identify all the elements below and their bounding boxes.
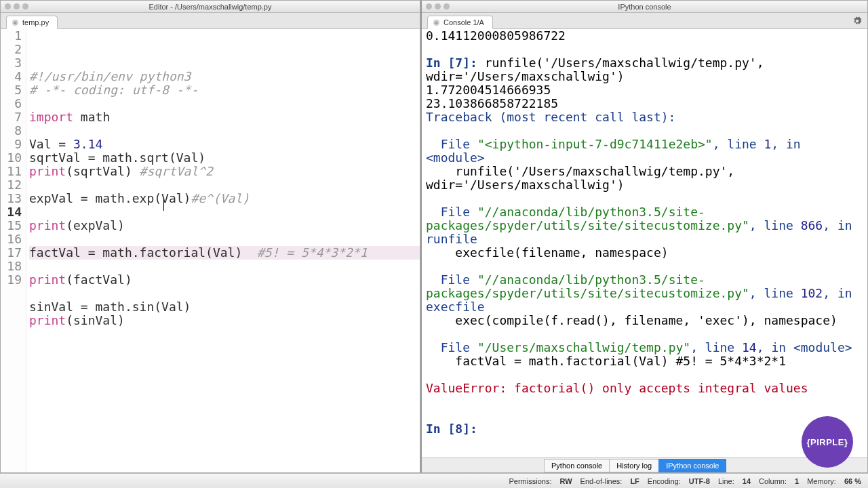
line-number: 12 xyxy=(1,178,22,192)
code-line[interactable]: factVal = math.factorial(Val) #5! = 5*4*… xyxy=(29,246,420,260)
code-line[interactable]: print(factVal) xyxy=(29,273,420,287)
code-line[interactable] xyxy=(29,232,420,246)
line-number-gutter: 12345678910111213141516171819 xyxy=(1,29,26,472)
editor-pane: Editor - /Users/maxschallwig/temp.py × t… xyxy=(0,0,420,473)
text-cursor xyxy=(163,199,164,211)
status-bar: Permissions: RW End-of-lines: LF Encodin… xyxy=(0,473,868,488)
tab-ipython-console[interactable]: IPython console xyxy=(658,459,726,472)
status-column-value: 1 xyxy=(795,477,799,485)
code-line[interactable] xyxy=(29,124,420,138)
editor-title: Editor - /Users/maxschallwig/temp.py xyxy=(149,3,272,11)
code-line[interactable]: Val = 3.14 xyxy=(29,138,420,151)
status-memory-label: Memory: xyxy=(803,477,840,485)
line-number: 13 xyxy=(1,192,22,205)
status-permissions-value: RW xyxy=(559,477,572,485)
close-icon[interactable]: × xyxy=(12,20,18,26)
line-number: 8 xyxy=(1,124,22,138)
code-line[interactable]: expVal = math.exp(Val)#e^(Val) xyxy=(29,192,420,205)
code-line[interactable] xyxy=(29,97,420,110)
code-line[interactable]: print(expVal) xyxy=(29,219,420,232)
status-eol-value: LF xyxy=(630,477,639,485)
console-titlebar: IPython console xyxy=(422,1,867,13)
tab-history-log[interactable]: History log xyxy=(609,459,659,472)
code-line[interactable] xyxy=(29,287,420,300)
line-number: 6 xyxy=(1,97,22,110)
console-title: IPython console xyxy=(618,3,671,11)
code-line[interactable]: print(sinVal) xyxy=(29,314,420,327)
code-line[interactable]: print(sqrtVal) #sqrtVal^2 xyxy=(29,165,420,178)
line-number: 3 xyxy=(1,56,22,70)
editor-tab-temp-py[interactable]: × temp.py xyxy=(6,16,58,29)
line-number: 5 xyxy=(1,83,22,97)
code-line[interactable]: sqrtVal = math.sqrt(Val) xyxy=(29,151,420,165)
code-line[interactable]: import math xyxy=(29,110,420,124)
ipython-console[interactable]: 0.14112000805986722In [7]: runfile('/Use… xyxy=(422,29,867,458)
line-number: 19 xyxy=(1,273,22,287)
console-tabbar: × Console 1/A xyxy=(422,13,867,29)
line-number: 7 xyxy=(1,110,22,124)
window-traffic-lights[interactable] xyxy=(5,3,28,9)
code-line[interactable]: sinVal = math.sin(Val) xyxy=(29,300,420,314)
window-traffic-lights[interactable] xyxy=(426,3,450,9)
code-line[interactable]: # -*- coding: utf-8 -*- xyxy=(29,83,420,97)
editor-titlebar: Editor - /Users/maxschallwig/temp.py xyxy=(1,1,420,13)
line-number: 18 xyxy=(1,260,22,273)
line-number: 11 xyxy=(1,165,22,178)
status-permissions-label: Permissions: xyxy=(505,477,556,485)
code-line[interactable] xyxy=(29,205,420,219)
console-tab-label: Console 1/A xyxy=(443,18,484,26)
line-number: 14 xyxy=(1,205,22,219)
tab-python-console[interactable]: Python console xyxy=(544,459,610,472)
status-memory-value: 66 % xyxy=(844,477,861,485)
line-number: 10 xyxy=(1,151,22,165)
code-line[interactable] xyxy=(29,178,420,192)
status-eol-label: End-of-lines: xyxy=(576,477,627,485)
code-line[interactable]: #!/usr/bin/env python3 xyxy=(29,70,420,83)
gear-icon[interactable] xyxy=(852,16,862,26)
line-number: 17 xyxy=(1,246,22,260)
pirple-badge: {PIRPLE} xyxy=(802,416,853,468)
close-icon[interactable]: × xyxy=(433,20,439,26)
status-encoding-label: Encoding: xyxy=(644,477,685,485)
console-bottom-tabs: Python console History log IPython conso… xyxy=(422,458,867,472)
status-column-label: Column: xyxy=(755,477,791,485)
line-number: 15 xyxy=(1,219,22,232)
line-number: 2 xyxy=(1,43,22,56)
line-number: 16 xyxy=(1,232,22,246)
code-editor[interactable]: 12345678910111213141516171819 #!/usr/bin… xyxy=(1,29,420,472)
line-number: 4 xyxy=(1,70,22,83)
status-line-value: 14 xyxy=(743,477,751,485)
editor-tabbar: × temp.py xyxy=(1,13,420,29)
status-encoding-value: UTF-8 xyxy=(689,477,710,485)
status-line-label: Line: xyxy=(714,477,738,485)
code-line[interactable] xyxy=(29,260,420,273)
editor-tab-label: temp.py xyxy=(22,18,49,26)
code-area[interactable]: #!/usr/bin/env python3# -*- coding: utf-… xyxy=(26,29,420,472)
console-tab[interactable]: × Console 1/A xyxy=(427,16,493,29)
line-number: 1 xyxy=(1,29,22,43)
console-pane: IPython console × Console 1/A 0.14112000… xyxy=(420,0,868,473)
line-number: 9 xyxy=(1,138,22,151)
